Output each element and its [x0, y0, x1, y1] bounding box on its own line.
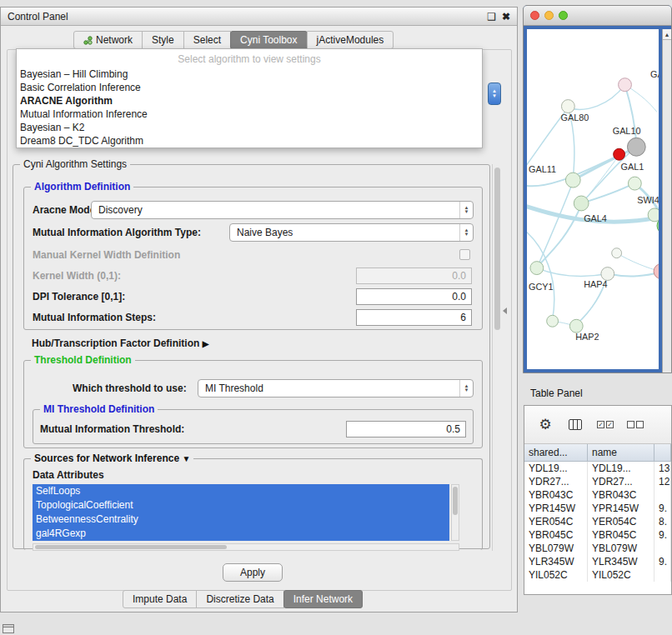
network-canvas[interactable]: GAL80 GAL10 GAL11 GAL1 SWI4 GAL4 GCY1 HA… — [527, 29, 659, 369]
network-node[interactable] — [628, 177, 641, 190]
table-settings-button[interactable]: ⚙ — [536, 416, 554, 434]
table-cell[interactable]: YBR045C — [524, 528, 588, 542]
hub-definition-toggle[interactable]: Hub/Transcription Factor Definition ▶ — [32, 338, 208, 349]
network-node[interactable] — [612, 248, 622, 258]
mi-threshold-field[interactable]: 0.5 — [346, 421, 466, 438]
attributes-vertical-scrollbar[interactable] — [451, 484, 459, 541]
column-header-shared-name[interactable]: shared... — [524, 444, 588, 461]
scroll-up-icon[interactable]: ▲ — [663, 29, 671, 40]
mi-steps-field[interactable]: 6 — [356, 309, 472, 326]
sources-toggle[interactable]: Sources for Network Inference ▼ — [31, 452, 193, 464]
table-cell[interactable]: YIL052C — [524, 568, 588, 582]
algorithm-combo-stepper[interactable]: ▲▼ — [488, 82, 501, 105]
network-node[interactable] — [601, 268, 614, 281]
table-cell[interactable]: YBR043C — [524, 488, 588, 502]
tab-network[interactable]: Network — [73, 31, 143, 49]
network-node[interactable] — [561, 100, 574, 113]
attributes-horizontal-scrollbar[interactable] — [33, 543, 459, 551]
network-node[interactable] — [614, 148, 625, 160]
tab-impute-data[interactable]: Impute Data — [123, 590, 197, 608]
table-cell[interactable]: YPR145W — [588, 502, 654, 515]
tab-discretize-data[interactable]: Discretize Data — [196, 590, 283, 608]
network-node[interactable] — [530, 262, 544, 275]
table-cell[interactable]: YPR145W — [524, 502, 588, 515]
algorithm-option[interactable]: Basic Correlation Inference — [17, 81, 482, 94]
table-cell[interactable]: YLR345W — [588, 555, 654, 568]
table-cell[interactable]: 8. — [654, 515, 671, 528]
attribute-item-selected[interactable]: gal4RGexp — [33, 527, 449, 541]
table-row[interactable]: YIL052C YIL052C — [524, 568, 671, 582]
table-cell[interactable]: 12 — [654, 475, 671, 488]
algorithm-option[interactable]: Bayesian – K2 — [17, 121, 482, 134]
table-cell[interactable]: YDR27... — [524, 475, 588, 488]
column-header-name[interactable]: name — [588, 444, 654, 461]
network-node[interactable] — [574, 196, 589, 211]
table-cell[interactable]: YER054C — [524, 515, 588, 528]
column-header-cut[interactable] — [654, 444, 671, 461]
window-zoom-button[interactable] — [559, 11, 568, 20]
network-node[interactable] — [654, 264, 659, 279]
mi-algorithm-type-combo[interactable]: Naive Bayes ▲▼ — [229, 223, 474, 242]
table-row[interactable]: YDR27... YDR27... 12 — [524, 475, 671, 488]
table-cell[interactable]: YBR045C — [588, 528, 654, 542]
kernel-width-field[interactable]: 0.0 — [356, 268, 472, 284]
algorithm-option[interactable]: Dream8 DC_TDC Algorithm — [17, 134, 482, 148]
table-row[interactable]: YBR043C YBR043C — [524, 488, 671, 502]
network-node[interactable] — [547, 315, 559, 327]
table-cell[interactable]: YLR345W — [524, 555, 588, 568]
table-cell[interactable]: 9. — [654, 528, 671, 542]
dpi-tolerance-field[interactable]: 0.0 — [356, 288, 472, 305]
table-cell[interactable]: 9. — [654, 555, 671, 568]
algorithm-option[interactable]: Mutual Information Inference — [17, 108, 482, 121]
tab-cyni-toolbox[interactable]: Cyni Toolbox — [230, 31, 307, 49]
table-cell[interactable]: 9. — [654, 502, 671, 515]
table-cell[interactable]: YBL079W — [524, 542, 588, 555]
column-browser-button[interactable] — [566, 416, 584, 434]
close-icon[interactable]: ✖ — [502, 12, 510, 22]
apply-button[interactable]: Apply — [223, 563, 283, 582]
network-node[interactable] — [569, 319, 583, 332]
manual-kernel-width-checkbox[interactable] — [459, 249, 470, 260]
attribute-item-selected[interactable]: TopologicalCoefficient — [33, 498, 449, 512]
table-row[interactable]: YDL19... YDL19... 13 — [524, 462, 671, 475]
attribute-item-selected[interactable]: SelfLoops — [33, 484, 449, 498]
algorithm-option[interactable]: Bayesian – Hill Climbing — [17, 68, 482, 81]
collapsed-panel-icon[interactable] — [3, 624, 14, 633]
attribute-item-selected[interactable]: BetweennessCentrality — [33, 512, 449, 527]
table-row[interactable]: YBR045C YBR045C 9. — [524, 528, 671, 542]
table-cell[interactable] — [654, 488, 671, 502]
table-cell[interactable]: 13 — [654, 462, 671, 475]
table-cell[interactable]: YER054C — [588, 515, 654, 528]
which-threshold-combo[interactable]: MI Threshold ▲▼ — [198, 379, 474, 398]
network-vertical-scrollbar[interactable]: ▲ — [662, 29, 671, 372]
unselect-all-columns-button[interactable] — [626, 416, 644, 434]
tab-select[interactable]: Select — [183, 31, 231, 49]
window-minimize-button[interactable] — [544, 11, 554, 20]
table-row[interactable]: YPR145W YPR145W 9. — [524, 502, 671, 515]
network-node[interactable] — [565, 172, 580, 188]
table-row[interactable]: YBL079W YBL079W — [524, 542, 671, 555]
table-cell[interactable] — [654, 542, 671, 555]
table-cell[interactable]: YDL19... — [524, 462, 588, 475]
table-cell[interactable] — [654, 568, 671, 582]
table-cell[interactable]: YDR27... — [588, 475, 654, 488]
network-node[interactable] — [627, 138, 645, 156]
window-close-button[interactable] — [530, 11, 539, 20]
table-cell[interactable]: YIL052C — [588, 568, 654, 582]
settings-vertical-scrollbar[interactable] — [492, 164, 501, 551]
table-cell[interactable]: YBL079W — [588, 542, 654, 555]
table-cell[interactable]: YDL19... — [588, 462, 654, 475]
table-cell[interactable]: YBR043C — [588, 488, 654, 502]
splitter-handle[interactable] — [503, 308, 507, 314]
network-node[interactable] — [648, 208, 659, 222]
tab-infer-network[interactable]: Infer Network — [283, 590, 363, 608]
select-all-columns-button[interactable]: ✓✓ — [596, 416, 614, 434]
table-row[interactable]: YER054C YER054C 8. — [524, 515, 671, 528]
tab-style[interactable]: Style — [142, 31, 184, 49]
aracne-mode-combo[interactable]: Discovery ▲▼ — [91, 201, 474, 219]
tab-jactivemodules[interactable]: jActiveModules — [307, 31, 394, 49]
table-row[interactable]: YLR345W YLR345W 9. — [524, 555, 671, 568]
network-node[interactable] — [619, 78, 632, 92]
algorithm-option-selected[interactable]: ARACNE Algorithm — [17, 94, 482, 108]
float-window-icon[interactable]: ❑ — [487, 12, 496, 22]
